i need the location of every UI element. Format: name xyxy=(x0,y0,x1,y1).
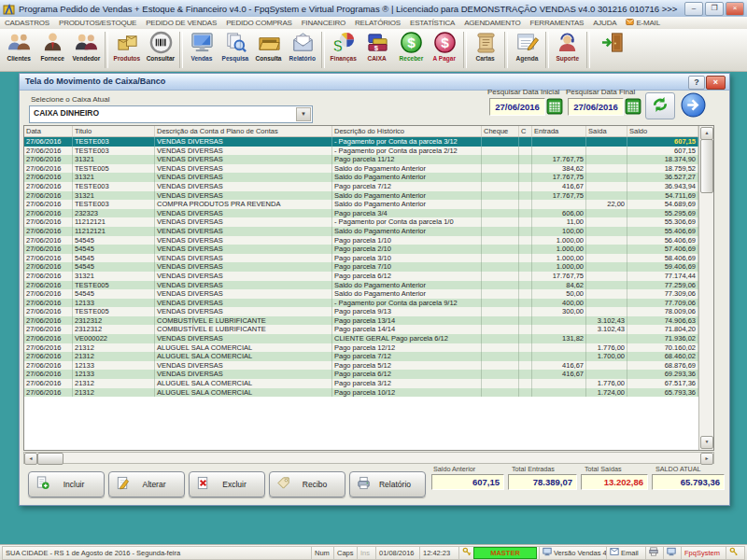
column-header-saida[interactable]: Saída xyxy=(586,126,627,136)
column-header-c[interactable]: C xyxy=(519,126,532,136)
table-row[interactable]: 27/06/20162312312COMBUSTÍVEL E LUBRIFICA… xyxy=(24,316,699,326)
table-row[interactable]: 27/06/201654545VENDAS DIVERSASPago parce… xyxy=(24,236,699,245)
toolbar-button-label: Fornece xyxy=(40,55,63,62)
menu-item-e-mail[interactable]: E-MAIL xyxy=(621,18,664,28)
scroll-up-icon[interactable]: ▲ xyxy=(700,127,713,140)
menu-item-financeiro[interactable]: FINANCEIRO xyxy=(297,19,350,27)
vertical-scroll-thumb[interactable] xyxy=(700,139,713,193)
table-row[interactable]: 27/06/201654545VENDAS DIVERSASPago parce… xyxy=(24,254,699,263)
horizontal-scroll-thumb[interactable] xyxy=(37,453,63,465)
table-row[interactable]: 27/06/201612133VENDAS DIVERSASPago parce… xyxy=(24,361,699,371)
vertical-scrollbar[interactable]: ▲ ▼ xyxy=(698,126,713,450)
horizontal-scrollbar[interactable]: ◄ ► xyxy=(23,452,714,464)
menu-item-ajuda[interactable]: AJUDA xyxy=(588,19,621,27)
toolbar-button-vendas[interactable]: Vendas xyxy=(185,29,218,71)
table-row[interactable]: 27/06/2016TESTE005VENDAS DIVERSASSaldo d… xyxy=(24,164,699,174)
toolbar-button-clientes[interactable]: Clientes xyxy=(2,29,35,71)
table-row[interactable]: 27/06/201631321VENDAS DIVERSASSaldo do P… xyxy=(24,173,699,182)
table-row[interactable]: 27/06/2016TESTE005VENDAS DIVERSASPago pa… xyxy=(24,307,699,316)
scroll-left-icon[interactable]: ◄ xyxy=(24,453,37,465)
cell-data: 27/06/2016 xyxy=(24,262,73,272)
table-row[interactable]: 27/06/201631321VENDAS DIVERSASSaldo do P… xyxy=(24,191,699,201)
toolbar-button-receber[interactable]: $Receber xyxy=(394,29,428,71)
table-row[interactable]: 27/06/2016TESTE003VENDAS DIVERSASPago pa… xyxy=(24,182,699,191)
toolbar-button-cartas[interactable]: Cartas xyxy=(469,29,502,71)
table-row[interactable]: 27/06/201631321VENDAS DIVERSASPago parce… xyxy=(24,155,699,164)
dialog-close-button[interactable]: × xyxy=(706,76,726,90)
table-row[interactable]: 27/06/20162312312COMBUSTÍVEL E LUBRIFICA… xyxy=(24,325,699,334)
calendar-final-button[interactable] xyxy=(625,98,641,115)
cell-c xyxy=(519,236,532,245)
menu-item-relat-rios[interactable]: RELATÓRIOS xyxy=(350,19,405,27)
column-header-data[interactable]: Data xyxy=(24,126,73,136)
minimize-button[interactable]: – xyxy=(684,2,703,16)
status-terminal[interactable] xyxy=(663,546,683,560)
data-final-field[interactable]: 27/06/2016 xyxy=(568,98,624,116)
incluir-button[interactable]: Incluir xyxy=(28,471,105,497)
menu-item-ferramentas[interactable]: FERRAMENTAS xyxy=(526,19,589,27)
status-email[interactable]: Email xyxy=(606,546,647,560)
toolbar-button-consultar[interactable]: Consultar xyxy=(144,29,177,71)
search-refresh-button[interactable] xyxy=(645,92,675,119)
go-search-button[interactable] xyxy=(681,92,706,118)
table-row[interactable]: 27/06/201612133VENDAS DIVERSAS- Pagament… xyxy=(24,299,699,308)
menu-item-produtos-estoque[interactable]: PRODUTOS/ESTOQUE xyxy=(54,19,141,27)
table-row[interactable]: 27/06/2016VE000022VENDAS DIVERSASCLIENTE… xyxy=(24,334,699,343)
caixa-select[interactable]: CAIXA DINHEIRO ▼ xyxy=(29,105,313,123)
data-inicial-field[interactable]: 27/06/2016 xyxy=(489,98,545,116)
excluir-button[interactable]: Excluir xyxy=(189,471,265,497)
alterar-button[interactable]: Alterar xyxy=(108,471,185,497)
table-row[interactable]: 27/06/201621312ALUGUEL SALA COMERCIALPag… xyxy=(24,352,699,361)
table-row[interactable]: 27/06/2016TESTE003VENDAS DIVERSAS- Pagam… xyxy=(24,147,699,156)
column-header-titulo[interactable]: Titulo xyxy=(73,126,155,136)
table-row[interactable]: 27/06/201654545VENDAS DIVERSASPago parce… xyxy=(24,245,699,254)
toolbar-button-produtos[interactable]: Produtos xyxy=(110,29,144,71)
menu-item-pedido-de-vendas[interactable]: PEDIDO DE VENDAS xyxy=(141,19,221,27)
column-header-cheque[interactable]: Cheque xyxy=(482,126,519,136)
recibo-button[interactable]: Recibo xyxy=(269,471,345,497)
table-row[interactable]: 27/06/201611212121VENDAS DIVERSASSaldo d… xyxy=(24,227,699,236)
cell-c xyxy=(519,209,532,218)
column-header-conta[interactable]: Descrição da Conta d Plano de Contas xyxy=(155,126,332,136)
toolbar-button-fornece[interactable]: Fornece xyxy=(35,29,69,71)
toolbar-button-exit[interactable] xyxy=(592,29,633,71)
maximize-button[interactable]: ❐ xyxy=(705,2,724,16)
menu-item-estat-stica[interactable]: ESTATÍSTICA xyxy=(405,19,459,27)
table-row[interactable]: 27/06/201612133VENDAS DIVERSASPago parce… xyxy=(24,370,699,379)
toolbar-button-a-pagar[interactable]: $A Pagar xyxy=(428,29,461,71)
toolbar-button-caixa[interactable]: $CAIXA xyxy=(360,29,394,71)
table-row[interactable]: 27/06/2016TESTE003VENDAS DIVERSAS- Pagam… xyxy=(24,137,699,147)
toolbar-button-pesquisa[interactable]: Pesquisa xyxy=(218,29,252,71)
toolbar-button-agenda[interactable]: Agenda xyxy=(510,29,543,71)
scroll-down-icon[interactable]: ▼ xyxy=(700,436,713,449)
table-row[interactable]: 27/06/2016TESTE005VENDAS DIVERSASSaldo d… xyxy=(24,281,699,290)
chevron-down-icon[interactable]: ▼ xyxy=(296,107,311,121)
column-header-saldo[interactable]: Saldo xyxy=(627,126,698,136)
table-row[interactable]: 27/06/2016232323VENDAS DIVERSASPago parc… xyxy=(24,209,699,218)
table-row[interactable]: 27/06/201654545VENDAS DIVERSASSaldo do P… xyxy=(24,289,699,299)
toolbar-button-relat-rio[interactable]: Relatório xyxy=(286,29,319,71)
scroll-right-icon[interactable]: ► xyxy=(700,453,713,465)
menu-item-agendamento[interactable]: AGENDAMENTO xyxy=(459,19,525,27)
relatorio-button[interactable]: Relatório xyxy=(349,471,426,497)
toolbar-button-suporte[interactable]: Suporte xyxy=(551,29,585,71)
table-row[interactable]: 27/06/201621312ALUGUEL SALA COMERCIALPag… xyxy=(24,388,699,398)
menu-item-cadastros[interactable]: CADASTROS xyxy=(0,19,54,27)
menu-item-pedido-compras[interactable]: PEDIDO COMPRAS xyxy=(221,19,297,27)
close-button[interactable]: × xyxy=(726,2,744,16)
table-row[interactable]: 27/06/201621312ALUGUEL SALA COMERCIALPag… xyxy=(24,343,699,353)
table-row[interactable]: 27/06/201654545VENDAS DIVERSASPago parce… xyxy=(24,262,699,272)
calendar-inicial-button[interactable] xyxy=(546,98,563,115)
toolbar-button-vendedor[interactable]: Vendedor xyxy=(69,29,103,71)
table-row[interactable]: 27/06/201631321VENDAS DIVERSASPago parce… xyxy=(24,272,699,281)
table-row[interactable]: 27/06/201621312ALUGUEL SALA COMERCIALPag… xyxy=(24,379,699,388)
column-header-historico[interactable]: Descrição do Histórico xyxy=(332,126,482,136)
table-row[interactable]: 27/06/2016TESTE003COMPRA PRODUTOS PRA RE… xyxy=(24,200,699,209)
status-printer[interactable] xyxy=(645,546,665,560)
toolbar-button-consulta[interactable]: Consulta xyxy=(252,29,286,71)
dialog-help-button[interactable]: ? xyxy=(688,76,705,90)
application-window: Programa Pedido de Vendas + Estoque & Fi… xyxy=(0,0,747,560)
table-row[interactable]: 27/06/201611212121VENDAS DIVERSAS- Pagam… xyxy=(24,217,699,227)
toolbar-button-finan-as[interactable]: $Finanças xyxy=(327,29,360,71)
column-header-entrada[interactable]: Entrada xyxy=(532,126,586,136)
